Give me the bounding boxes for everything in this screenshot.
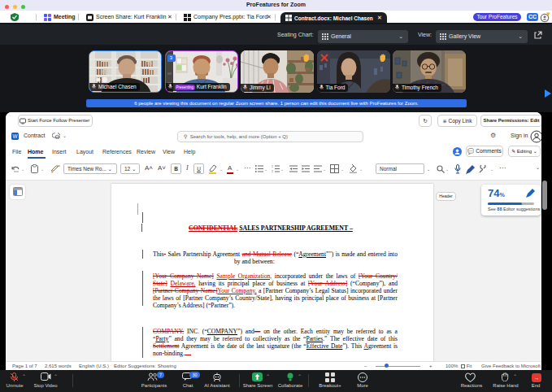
svg-text:1: 1 (272, 165, 273, 168)
svg-text:2: 2 (272, 170, 273, 172)
svg-text:W: W (13, 133, 18, 139)
